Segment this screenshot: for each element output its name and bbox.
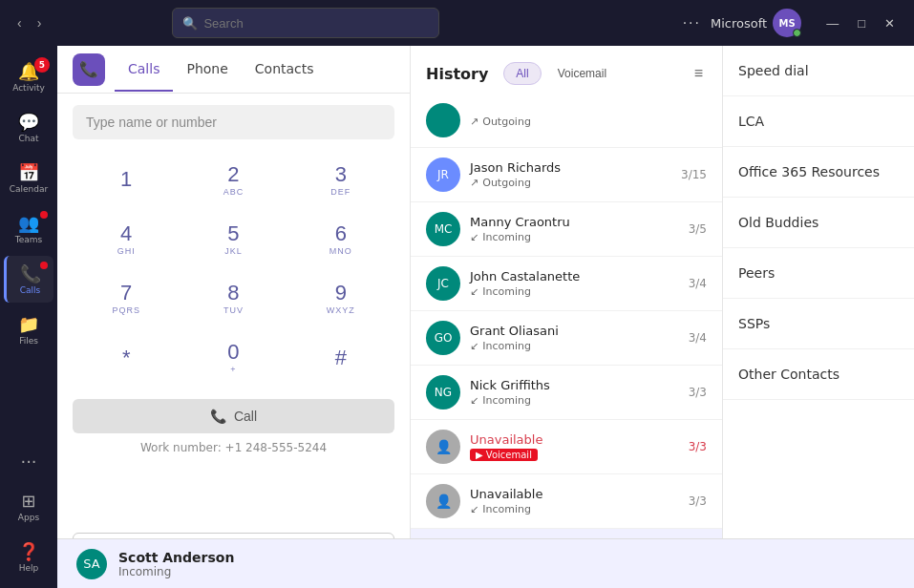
speed-dial-group-old-buddies[interactable]: Old Buddies bbox=[723, 198, 914, 248]
dial-key-7[interactable]: 7 PQRS bbox=[73, 269, 180, 328]
contact-info: Unavailable ↙ Incoming bbox=[470, 487, 679, 515]
user-info: Microsoft MS bbox=[711, 9, 801, 37]
tab-calls[interactable]: Calls bbox=[115, 48, 173, 92]
contact-avatar: NG bbox=[426, 375, 460, 410]
call-direction: ↙ Incoming bbox=[470, 231, 679, 243]
sidebar-item-teams[interactable]: 👥 Teams bbox=[4, 205, 53, 252]
contact-info: Manny Craontru ↙ Incoming bbox=[470, 215, 679, 243]
sidebar-item-files[interactable]: 📁 Files bbox=[4, 306, 53, 353]
sidebar-item-label: Chat bbox=[18, 134, 38, 143]
sidebar-item-label: Teams bbox=[15, 235, 42, 244]
direction-icon: ↙ bbox=[470, 503, 478, 515]
contact-name: John Castalanette bbox=[470, 269, 679, 284]
tab-phone[interactable]: Phone bbox=[173, 48, 241, 92]
filter-group: All Voicemail bbox=[503, 62, 619, 85]
dial-key-9[interactable]: 9 WXYZ bbox=[287, 269, 394, 328]
speed-dial-group-lca[interactable]: LCA bbox=[723, 96, 914, 147]
contact-avatar: JC bbox=[426, 266, 460, 301]
history-header: History All Voicemail ≡ bbox=[411, 46, 722, 94]
sidebar-item-calendar[interactable]: 📅 Calendar bbox=[4, 155, 53, 201]
list-item[interactable]: GO Grant Oliasani ↙ Incoming 3/4 bbox=[411, 311, 722, 366]
close-button[interactable]: ✕ bbox=[877, 12, 903, 34]
search-bar[interactable]: 🔍 bbox=[172, 8, 439, 38]
call-direction: ↙ Incoming bbox=[470, 340, 679, 352]
contact-info: Grant Oliasani ↙ Incoming bbox=[470, 324, 679, 352]
history-list: ↗ Outgoing JR Jason Richards ↗ Outgoing bbox=[411, 94, 722, 588]
sidebar-item-label: Calendar bbox=[10, 184, 48, 194]
contact-name: Unavailable bbox=[470, 432, 679, 447]
middle-panel: History All Voicemail ≡ ↗ Outgoing bbox=[411, 46, 723, 588]
list-item[interactable]: MC Manny Craontru ↙ Incoming 3/5 bbox=[411, 202, 722, 257]
back-button[interactable]: ‹ bbox=[11, 11, 28, 34]
dial-key-0[interactable]: 0 + bbox=[180, 328, 287, 388]
call-date: 3/3 bbox=[689, 440, 707, 453]
list-item[interactable]: JR Jason Richards ↗ Outgoing 3/15 bbox=[411, 148, 722, 202]
incoming-info: Scott Anderson Incoming bbox=[118, 550, 895, 578]
filter-all-button[interactable]: All bbox=[503, 62, 541, 85]
filter-voicemail-button[interactable]: Voicemail bbox=[545, 62, 619, 85]
user-name-label: Microsoft bbox=[711, 16, 767, 31]
sidebar-item-more[interactable]: ··· bbox=[4, 444, 53, 479]
number-input[interactable] bbox=[73, 105, 394, 139]
list-item[interactable]: JC John Castalanette ↙ Incoming 3/4 bbox=[411, 257, 722, 311]
dial-key-4[interactable]: 4 GHI bbox=[73, 210, 180, 269]
filter-options-button[interactable]: ≡ bbox=[691, 61, 707, 86]
dial-key-2[interactable]: 2 ABC bbox=[180, 151, 287, 210]
sidebar-item-help[interactable]: ❓ Help bbox=[4, 534, 53, 580]
speed-dial-group-speed-dial[interactable]: Speed dial bbox=[723, 46, 914, 96]
sidebar-item-apps[interactable]: ⊞ Apps bbox=[4, 483, 53, 530]
list-item[interactable]: ↗ Outgoing bbox=[411, 94, 722, 148]
dial-key-1[interactable]: 1 bbox=[73, 151, 180, 210]
direction-icon: ↗ bbox=[470, 177, 478, 189]
minimize-button[interactable]: — bbox=[818, 12, 846, 34]
sidebar-item-activity[interactable]: 🔔 Activity 5 bbox=[4, 53, 53, 100]
dial-key-hash[interactable]: # bbox=[287, 328, 394, 388]
speed-dial-group-ssps[interactable]: SSPs bbox=[723, 299, 914, 349]
call-direction: ↙ Incoming bbox=[470, 394, 679, 407]
list-item[interactable]: 👤 Unavailable ▶ Voicemail 3/3 bbox=[411, 420, 722, 474]
dial-key-8[interactable]: 8 TUV bbox=[180, 269, 287, 328]
contact-avatar: GO bbox=[426, 321, 460, 355]
more-icon: ··· bbox=[20, 452, 36, 472]
tabs-header: 📞 Calls Phone Contacts bbox=[57, 46, 410, 94]
dialpad-area: 1 2 ABC 3 DEF 4 GHI bbox=[57, 94, 410, 533]
contact-name: Jason Richards bbox=[470, 160, 671, 175]
history-title: History bbox=[426, 65, 488, 83]
right-panel: Speed dial LCA Office 365 Resources Old … bbox=[723, 46, 914, 588]
calendar-icon: 📅 bbox=[18, 162, 39, 182]
direction-icon: ↙ bbox=[470, 394, 478, 407]
list-item[interactable]: NG Nick Griffiths ↙ Incoming 3/3 bbox=[411, 366, 722, 420]
speed-dial-group-other-contacts[interactable]: Other Contacts bbox=[723, 349, 914, 400]
avatar[interactable]: MS bbox=[773, 9, 801, 37]
dial-key-star[interactable]: * bbox=[73, 328, 180, 388]
calls-icon: 📞 bbox=[20, 263, 41, 284]
work-number: Work number: +1 248-555-5244 bbox=[73, 441, 394, 454]
sidebar-item-chat[interactable]: 💬 Chat bbox=[4, 104, 53, 151]
direction-icon: ↙ bbox=[470, 340, 478, 352]
contact-name: Nick Griffiths bbox=[470, 378, 679, 392]
contact-name: Grant Oliasani bbox=[470, 324, 679, 338]
incoming-avatar: SA bbox=[76, 549, 107, 579]
tab-contacts[interactable]: Contacts bbox=[242, 48, 328, 92]
forward-button[interactable]: › bbox=[32, 11, 48, 34]
incoming-name: Scott Anderson bbox=[118, 550, 895, 565]
speed-dial-group-peers[interactable]: Peers bbox=[723, 248, 914, 299]
dial-key-6[interactable]: 6 MNO bbox=[287, 210, 394, 269]
incoming-call-bar: SA Scott Anderson Incoming bbox=[57, 538, 914, 588]
list-item[interactable]: 👤 Unavailable ↙ Incoming 3/3 bbox=[411, 474, 722, 529]
teams-badge-dot bbox=[40, 211, 48, 219]
call-phone-icon: 📞 bbox=[210, 409, 226, 424]
search-input[interactable] bbox=[203, 16, 429, 31]
speed-dial-group-office365[interactable]: Office 365 Resources bbox=[723, 147, 914, 198]
more-options-button[interactable]: ··· bbox=[683, 14, 701, 32]
maximize-button[interactable]: □ bbox=[850, 12, 873, 34]
direction-icon: ↙ bbox=[470, 285, 478, 298]
dial-key-5[interactable]: 5 JKL bbox=[180, 210, 287, 269]
call-button[interactable]: 📞 Call bbox=[73, 399, 394, 433]
sidebar-item-label: Help bbox=[19, 563, 39, 573]
call-date: 3/3 bbox=[689, 386, 707, 399]
dial-key-3[interactable]: 3 DEF bbox=[287, 151, 394, 210]
sidebar-item-calls[interactable]: 📞 Calls bbox=[4, 256, 53, 303]
main-layout: 🔔 Activity 5 💬 Chat 📅 Calendar 👥 Teams 📞… bbox=[0, 46, 914, 588]
contact-avatar: 👤 bbox=[426, 484, 460, 518]
